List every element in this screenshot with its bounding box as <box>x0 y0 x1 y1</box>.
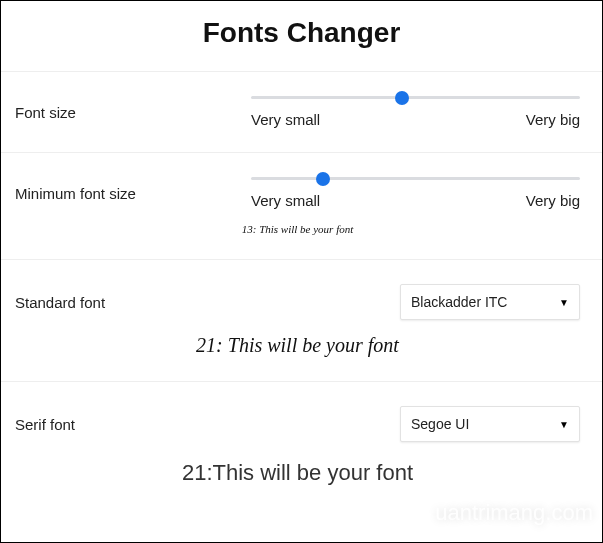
serif-font-preview: 21:This will be your font <box>11 460 584 486</box>
slider-track <box>251 177 580 180</box>
font-size-slider[interactable] <box>251 96 580 99</box>
standard-font-select[interactable]: Blackadder ITC ▼ <box>400 284 580 320</box>
chevron-down-icon: ▼ <box>559 419 569 430</box>
slider-max-label: Very big <box>526 192 580 209</box>
standard-font-section: Standard font Blackadder ITC ▼ 21: This … <box>1 259 602 381</box>
serif-font-label: Serif font <box>11 416 251 433</box>
font-size-label: Font size <box>11 104 251 121</box>
serif-font-select[interactable]: Segoe UI ▼ <box>400 406 580 442</box>
standard-font-label: Standard font <box>11 294 251 311</box>
standard-font-preview: 21: This will be your font <box>11 334 584 357</box>
chevron-down-icon: ▼ <box>559 297 569 308</box>
font-size-section: Font size Very small Very big <box>1 71 602 152</box>
min-font-size-section: Minimum font size Very small Very big 13… <box>1 152 602 259</box>
serif-font-value: Segoe UI <box>411 416 469 432</box>
min-font-preview: 13: This will be your font <box>11 223 584 235</box>
page-title: Fonts Changer <box>1 1 602 71</box>
slider-thumb[interactable] <box>395 91 409 105</box>
slider-min-label: Very small <box>251 111 320 128</box>
serif-font-section: Serif font Segoe UI ▼ 21:This will be yo… <box>1 381 602 510</box>
slider-max-label: Very big <box>526 111 580 128</box>
min-font-size-label: Minimum font size <box>11 185 251 202</box>
standard-font-value: Blackadder ITC <box>411 294 507 310</box>
min-font-size-slider[interactable] <box>251 177 580 180</box>
slider-thumb[interactable] <box>316 172 330 186</box>
slider-min-label: Very small <box>251 192 320 209</box>
slider-track <box>251 96 580 99</box>
